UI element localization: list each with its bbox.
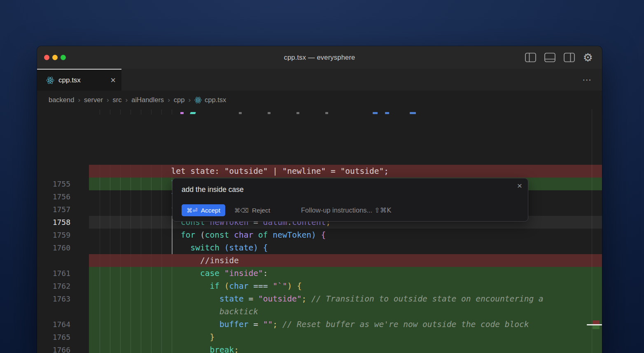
code-line[interactable]: let state: "outside" | "newline" = "outs… [37, 165, 602, 178]
code-fragment [239, 112, 242, 114]
code-fragment [373, 112, 378, 114]
toggle-secondary-sidebar-icon[interactable] [564, 53, 575, 62]
code-line[interactable]: 1760 switch (state) { [37, 241, 602, 254]
token: break [210, 345, 234, 353]
chevron-right-icon: › [188, 96, 191, 104]
breadcrumb-item[interactable]: server [84, 96, 103, 104]
chevron-right-icon: › [78, 96, 80, 104]
breadcrumb-file[interactable]: cpp.tsx [194, 96, 226, 104]
code-line-content: state = "outside"; // Transition to outs… [89, 292, 602, 305]
token: ; [234, 345, 239, 353]
code-text: for (const char of newToken) { [89, 230, 326, 240]
token: if [210, 281, 219, 291]
token: "inside" [224, 269, 263, 278]
tab-close-icon[interactable]: × [110, 76, 116, 85]
token: newToken [273, 230, 311, 240]
code-line-content: //inside [89, 254, 602, 267]
code-line[interactable]: backtick [37, 305, 602, 318]
token [229, 230, 234, 240]
followup-label: Follow-up instructions... [301, 206, 372, 214]
token: ) [287, 281, 292, 291]
line-number [37, 305, 89, 318]
token [219, 281, 224, 291]
toggle-primary-sidebar-icon[interactable] [525, 53, 536, 62]
token [258, 243, 263, 252]
reject-label: Reject [252, 207, 270, 214]
code-line-content: if (char === "`") { [89, 280, 602, 292]
line-number: 1755 [37, 178, 89, 190]
token: state [229, 243, 254, 252]
line-number: 1761 [37, 267, 89, 280]
code-text: case "inside": [89, 269, 268, 278]
tab-label: cpp.tsx [58, 76, 110, 84]
breadcrumb-item[interactable]: backend [49, 96, 74, 104]
token: = [248, 320, 263, 329]
token: char [229, 281, 248, 291]
line-number [37, 254, 89, 267]
code-line[interactable]: 1762 if (char === "`") { [37, 280, 602, 292]
code-text: //inside [89, 256, 239, 265]
code-text: let state: "outside" | "newline" = "outs… [89, 166, 389, 176]
app-window: cpp.tsx — everysphere ⚙ [37, 46, 602, 353]
token: = [244, 294, 258, 304]
code-line[interactable]: 1763 state = "outside"; // Transition to… [37, 292, 602, 305]
token: ; [302, 294, 307, 304]
line-number [37, 165, 89, 178]
token [248, 281, 253, 291]
code-line[interactable]: //inside [37, 254, 602, 267]
indent-guides [100, 110, 173, 115]
token: state [219, 294, 244, 304]
token: let state: "outside" | "newline" = "outs… [171, 166, 389, 176]
line-number: 1758 [37, 216, 89, 229]
reject-button[interactable]: ⌘⌫ Reject [234, 207, 270, 214]
tab-cpp-tsx[interactable]: cpp.tsx × [37, 69, 121, 91]
breadcrumb-file-label: cpp.tsx [205, 96, 226, 104]
code-line[interactable]: 1759 for (const char of newToken) { [37, 229, 602, 241]
token: backtick [219, 307, 258, 316]
followup-instructions-link[interactable]: Follow-up instructions... ⇧⌘K [301, 206, 391, 214]
breadcrumb-item[interactable]: cpp [174, 96, 185, 104]
close-icon[interactable]: × [517, 181, 522, 191]
inline-chat-widget: add the inside case × ⌘⏎ Accept ⌘⌫ Rejec… [172, 178, 528, 222]
breadcrumb-item[interactable]: src [113, 96, 122, 104]
code-fragment [410, 112, 416, 114]
followup-shortcut-keys: ⇧⌘K [374, 206, 391, 214]
react-icon [194, 96, 202, 104]
token: "`" [273, 281, 287, 291]
react-icon [46, 76, 54, 84]
accept-shortcut-keys: ⌘⏎ [187, 207, 198, 214]
code-line[interactable]: 1764 buffer = ""; // Reset buffer as we'… [37, 318, 602, 331]
token: // Transition to outside state on encoun… [306, 294, 543, 304]
breadcrumb: backend › server › src › aiHandlers › cp… [37, 91, 602, 109]
token: of [258, 230, 268, 240]
code-text: switch (state) { [89, 243, 268, 252]
line-number: 1763 [37, 292, 89, 305]
code-line[interactable]: 1766 break; [37, 344, 602, 353]
code-line[interactable]: 1761 case "inside": [37, 267, 602, 280]
code-fragment [325, 112, 328, 114]
scrollbar-diff-marker[interactable] [587, 320, 602, 330]
token: ) [253, 243, 258, 252]
code-line-content: } [89, 331, 602, 344]
toggle-panel-icon[interactable] [544, 53, 555, 62]
token: { [297, 281, 302, 291]
code-line-content: let state: "outside" | "newline" = "outs… [89, 165, 602, 178]
line-number: 1756 [37, 190, 89, 203]
token: { [263, 243, 268, 252]
line-number: 1759 [37, 229, 89, 241]
code-text: backtick [89, 307, 258, 316]
token: //inside [200, 256, 239, 265]
code-line[interactable]: 1765 } [37, 331, 602, 344]
editor[interactable]: let state: "outside" | "newline" = "outs… [37, 109, 602, 353]
breadcrumb-item[interactable]: aiHandlers [131, 96, 164, 104]
token: const [205, 230, 229, 240]
editor-actions-more-icon[interactable]: ⋯ [582, 69, 591, 91]
accept-button[interactable]: ⌘⏎ Accept [182, 204, 225, 216]
code-line-content: break; [89, 344, 602, 353]
token: ( [195, 230, 205, 240]
settings-gear-icon[interactable]: ⚙ [583, 52, 593, 63]
chevron-right-icon: › [107, 96, 109, 104]
token: for [181, 230, 195, 240]
line-number: 1766 [37, 344, 89, 353]
window-title: cpp.tsx — everysphere [37, 46, 602, 69]
